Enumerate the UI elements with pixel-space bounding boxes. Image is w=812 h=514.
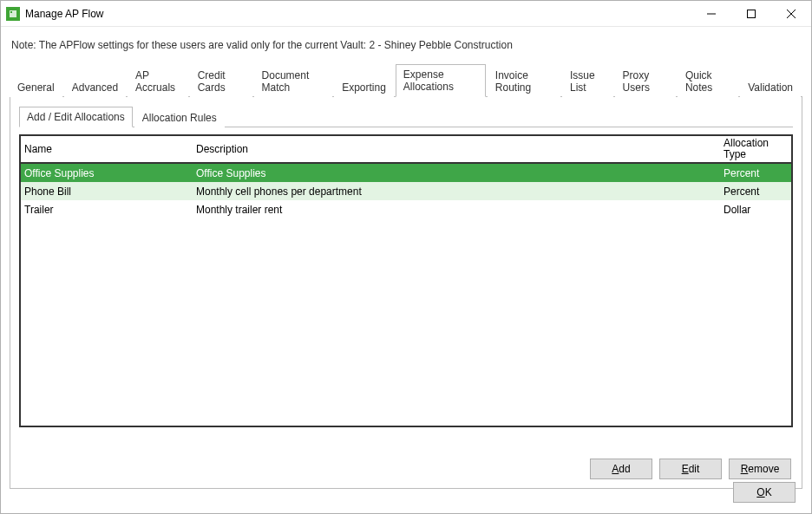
cell-description: Monthly trailer rent <box>193 204 722 216</box>
cell-name: Trailer <box>21 204 193 216</box>
cell-name: Office Supplies <box>21 167 193 179</box>
main-tabstrip: GeneralAdvancedAP AccrualsCredit CardsDo… <box>10 63 802 97</box>
cell-name: Phone Bill <box>21 185 193 198</box>
tab-expense-allocations[interactable]: Expense Allocations <box>396 64 486 97</box>
tab-quick-notes[interactable]: Quick Notes <box>678 65 738 97</box>
header-allocation-type[interactable]: Allocation Type <box>722 136 791 162</box>
header-description[interactable]: Description <box>193 143 722 155</box>
grid-body: Office SuppliesOffice SuppliesPercentPho… <box>21 164 791 218</box>
tab-page-expense-allocations: Add / Edit AllocationsAllocation Rules N… <box>10 97 802 489</box>
maximize-button[interactable] <box>731 1 771 27</box>
tab-document-match[interactable]: Document Match <box>254 65 333 97</box>
sub-tabstrip: Add / Edit AllocationsAllocation Rules <box>19 106 793 127</box>
grid-header: Name Description Allocation Type <box>21 136 791 164</box>
svg-rect-1 <box>10 11 12 13</box>
tab-proxy-users[interactable]: Proxy Users <box>615 65 676 97</box>
cell-allocation-type: Percent <box>722 167 791 179</box>
cell-allocation-type: Percent <box>722 185 791 198</box>
table-row[interactable]: TrailerMonthly trailer rentDollar <box>21 200 791 218</box>
edit-button[interactable]: Edit <box>659 459 722 479</box>
app-icon <box>6 7 20 21</box>
tab-invoice-routing[interactable]: Invoice Routing <box>488 65 560 97</box>
header-name[interactable]: Name <box>21 143 193 155</box>
table-row[interactable]: Office SuppliesOffice SuppliesPercent <box>21 164 791 182</box>
cell-description: Office Supplies <box>193 167 722 179</box>
svg-rect-3 <box>748 10 756 17</box>
ok-button[interactable]: OK <box>733 482 796 503</box>
tab-advanced[interactable]: Advanced <box>64 77 126 97</box>
tab-credit-cards[interactable]: Credit Cards <box>190 65 252 97</box>
table-row[interactable]: Phone BillMonthly cell phones per depart… <box>21 182 791 200</box>
titlebar: Manage AP Flow <box>1 1 811 27</box>
minimize-button[interactable] <box>691 1 731 27</box>
add-button[interactable]: Add <box>590 459 652 479</box>
note-text: Note: The APFlow settings for these user… <box>10 34 802 63</box>
tab-exporting[interactable]: Exporting <box>334 77 394 97</box>
remove-button[interactable]: Remove <box>729 459 791 479</box>
allocations-grid[interactable]: Name Description Allocation Type Office … <box>19 134 793 427</box>
tab-general[interactable]: General <box>10 77 62 97</box>
tab-validation[interactable]: Validation <box>740 77 801 97</box>
cell-description: Monthly cell phones per department <box>193 185 722 198</box>
cell-allocation-type: Dollar <box>722 204 791 216</box>
close-button[interactable] <box>771 1 811 27</box>
tab-ap-accruals[interactable]: AP Accruals <box>128 65 188 97</box>
window-title: Manage AP Flow <box>25 8 691 20</box>
subtab-add-edit-allocations[interactable]: Add / Edit Allocations <box>19 107 133 127</box>
client-area: Note: The APFlow settings for these user… <box>1 27 811 513</box>
subtab-allocation-rules[interactable]: Allocation Rules <box>134 107 225 127</box>
tab-issue-list[interactable]: Issue List <box>562 65 613 97</box>
